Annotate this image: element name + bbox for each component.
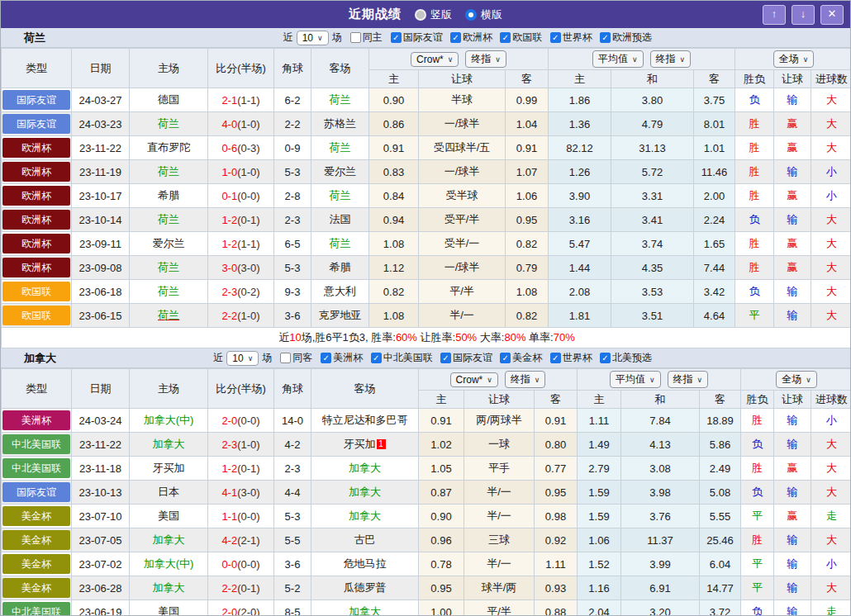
fulltime-score: 1-0 bbox=[221, 166, 237, 178]
home-team-name: 加拿大(中) bbox=[144, 557, 194, 570]
competition-badge: 国际友谊 bbox=[2, 90, 70, 110]
move-down-button[interactable]: ↓ bbox=[792, 5, 815, 25]
match-row: 欧国联 23-06-15 荷兰 2-2(1-0) 3-6 克罗地亚 1.08 半… bbox=[2, 304, 851, 328]
league-checkbox[interactable]: 国际友谊 bbox=[391, 31, 443, 45]
match-date: 23-07-02 bbox=[72, 552, 130, 576]
home-team: 直布罗陀 bbox=[130, 136, 208, 160]
move-up-button[interactable]: ↑ bbox=[763, 5, 786, 25]
competition-badge: 欧洲杯 bbox=[2, 258, 70, 277]
league-checkbox[interactable]: 中北美国联 bbox=[371, 351, 433, 365]
checkbox-icon[interactable] bbox=[550, 32, 561, 43]
corner-score: 5-5 bbox=[274, 528, 311, 552]
red-card-badge: 1 bbox=[377, 439, 386, 449]
checkbox-icon[interactable] bbox=[550, 353, 561, 363]
score: 2-2(1-0) bbox=[208, 304, 274, 328]
competition-cell: 美金杯 bbox=[2, 528, 72, 552]
competition-badge: 美金杯 bbox=[2, 554, 70, 574]
league-checkbox[interactable]: 美洲杯 bbox=[321, 351, 363, 365]
match-count-select[interactable]: 10 ∨ bbox=[226, 351, 259, 366]
same-home-checkbox[interactable]: 同主 bbox=[350, 31, 383, 45]
corner-score: 2-8 bbox=[274, 184, 311, 208]
checkbox-icon[interactable] bbox=[350, 32, 361, 43]
avg-draw-odds: 11.37 bbox=[621, 528, 700, 552]
average-select[interactable]: 平均值∨ bbox=[592, 50, 644, 68]
layout-radio-vertical[interactable]: 竖版 bbox=[415, 7, 452, 22]
checkbox-icon[interactable] bbox=[450, 32, 461, 43]
halftime-score: (1-0) bbox=[237, 310, 259, 322]
col-header-avg-away: 客 bbox=[700, 391, 741, 409]
avg-away-odds: 5.08 bbox=[700, 481, 741, 505]
home-team-name: 荷兰 bbox=[158, 213, 179, 225]
layout-radio-horizontal[interactable]: 横版 bbox=[465, 7, 502, 22]
checkbox-icon[interactable] bbox=[371, 353, 382, 363]
final-odds-select[interactable]: 终指∨ bbox=[505, 371, 546, 388]
checkbox-icon[interactable] bbox=[440, 353, 451, 363]
fulltime-select[interactable]: 全场∨ bbox=[776, 371, 817, 388]
average-select[interactable]: 平均值∨ bbox=[610, 371, 661, 388]
close-button[interactable]: ✕ bbox=[820, 5, 844, 25]
league-checkbox[interactable]: 欧洲杯 bbox=[450, 31, 492, 45]
competition-cell: 中北美国联 bbox=[2, 600, 72, 616]
bookmaker-select[interactable]: Crow*∨ bbox=[450, 372, 498, 387]
league-checkbox[interactable]: 国际友谊 bbox=[440, 351, 492, 365]
result-goals: 大 bbox=[811, 576, 851, 600]
home-team-name: 德国 bbox=[158, 93, 179, 106]
checkbox-icon[interactable] bbox=[280, 353, 291, 363]
home-team: 爱尔兰 bbox=[130, 232, 208, 256]
radio-icon[interactable] bbox=[465, 9, 477, 21]
final-odds-select-2[interactable]: 终指∨ bbox=[650, 50, 692, 68]
result-goals: 走 bbox=[811, 600, 851, 616]
bookmaker-select[interactable]: Crow*∨ bbox=[411, 52, 459, 67]
handicap-line: 受四球半/五 bbox=[419, 136, 506, 160]
chevron-down-icon: ∨ bbox=[495, 55, 501, 64]
competition-badge: 美金杯 bbox=[2, 530, 70, 550]
chevron-down-icon: ∨ bbox=[806, 376, 811, 384]
avg-home-odds: 1.86 bbox=[549, 88, 611, 112]
avg-home-odds: 1.52 bbox=[578, 552, 621, 576]
result-wdl: 胜 bbox=[741, 457, 774, 481]
fulltime-select[interactable]: 全场∨ bbox=[773, 50, 815, 68]
home-odds: 1.05 bbox=[419, 457, 464, 481]
match-date: 24-03-23 bbox=[72, 112, 130, 136]
league-label: 美金杯 bbox=[512, 351, 542, 365]
halftime-score: (0-1) bbox=[237, 462, 259, 475]
avg-away-odds: 18.89 bbox=[700, 409, 741, 433]
checkbox-icon[interactable] bbox=[391, 32, 402, 43]
final-odds-select[interactable]: 终指∨ bbox=[465, 50, 506, 68]
away-team-name: 法国 bbox=[330, 213, 351, 225]
result-goals: 大 bbox=[811, 528, 851, 552]
final-odds-select-2[interactable]: 终指∨ bbox=[668, 371, 709, 388]
result-wdl: 平 bbox=[735, 304, 774, 328]
score: 1-2(1-1) bbox=[208, 232, 274, 256]
avg-away-odds: 2.24 bbox=[694, 208, 735, 232]
chevron-down-icon: ∨ bbox=[680, 55, 686, 64]
same-away-checkbox[interactable]: 同客 bbox=[280, 351, 312, 365]
checkbox-icon[interactable] bbox=[500, 353, 511, 363]
match-count-select[interactable]: 10 ∨ bbox=[297, 31, 329, 45]
match-date: 23-06-19 bbox=[72, 600, 130, 616]
checkbox-icon[interactable] bbox=[321, 353, 331, 363]
result-wdl: 平 bbox=[741, 576, 774, 600]
radio-icon[interactable] bbox=[415, 9, 426, 21]
avg-home-odds: 82.12 bbox=[549, 136, 611, 160]
league-checkbox[interactable]: 欧洲预选 bbox=[600, 31, 652, 45]
away-team-name: 特立尼达和多巴哥 bbox=[322, 414, 408, 426]
fulltime-score: 2-1 bbox=[221, 94, 237, 107]
league-checkbox[interactable]: 世界杯 bbox=[550, 351, 592, 365]
result-goals: 大 bbox=[811, 136, 851, 160]
match-date: 24-03-24 bbox=[72, 409, 130, 433]
bookmaker-header: Crow*∨ 终指∨ bbox=[369, 49, 549, 70]
result-handicap: 赢 bbox=[774, 136, 811, 160]
league-checkbox[interactable]: 美金杯 bbox=[500, 351, 542, 365]
checkbox-icon[interactable] bbox=[500, 32, 511, 43]
league-checkbox[interactable]: 北美预选 bbox=[600, 351, 652, 365]
avg-home-odds: 1.81 bbox=[549, 304, 611, 328]
checkbox-icon[interactable] bbox=[600, 353, 611, 363]
match-date: 23-11-18 bbox=[72, 457, 130, 481]
col-header-type: 类型 bbox=[2, 49, 72, 88]
league-checkbox[interactable]: 世界杯 bbox=[550, 31, 592, 45]
score: 2-0(0-0) bbox=[208, 409, 274, 433]
avg-away-odds: 11.46 bbox=[694, 160, 735, 184]
checkbox-icon[interactable] bbox=[600, 32, 611, 43]
league-checkbox[interactable]: 欧国联 bbox=[500, 31, 542, 45]
